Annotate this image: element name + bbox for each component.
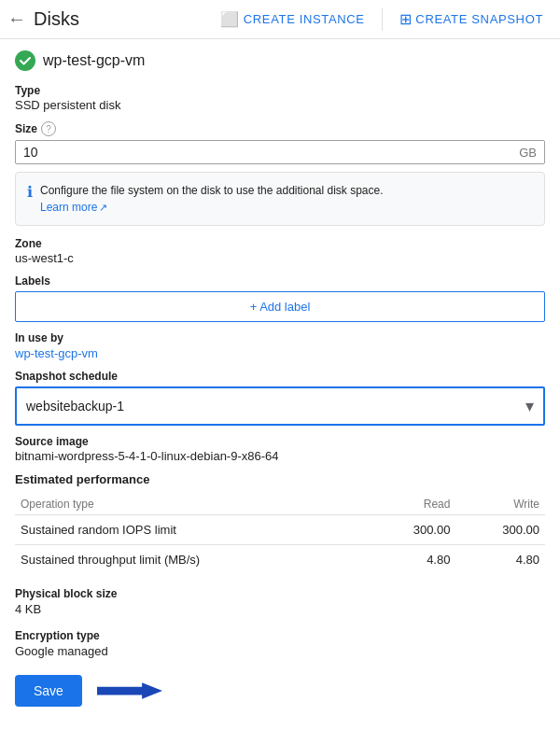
in-use-field: In use by wp-test-gcp-vm — [15, 331, 545, 360]
external-link-icon: ↗ — [99, 200, 107, 216]
zone-field: Zone us-west1-c — [15, 237, 545, 265]
zone-label: Zone — [15, 237, 545, 250]
learn-more-link[interactable]: Learn more ↗ — [40, 199, 107, 216]
in-use-link[interactable]: wp-test-gcp-vm — [15, 346, 98, 360]
info-icon: ℹ — [27, 183, 33, 201]
info-message: Configure the file system on the disk to… — [40, 184, 384, 197]
snapshot-schedule-field: Snapshot schedule websitebackup-1 ▾ — [15, 370, 545, 426]
encryption-field: Encryption type Google managed — [15, 629, 545, 658]
size-field: Size ? GB — [15, 121, 545, 164]
create-snapshot-button[interactable]: ⊞ CREATE SNAPSHOT — [390, 5, 553, 34]
size-label-row: Size ? — [15, 121, 545, 136]
header-divider — [382, 8, 383, 31]
header-actions: ⬜ CREATE INSTANCE ⊞ CREATE SNAPSHOT — [211, 5, 553, 34]
instance-name-row: wp-test-gcp-vm — [15, 50, 545, 71]
snapshot-schedule-dropdown[interactable]: websitebackup-1 ▾ — [15, 386, 545, 426]
save-arrow-indicator — [97, 682, 162, 699]
add-label-label: + Add label — [250, 300, 311, 314]
physical-block-label: Physical block size — [15, 587, 545, 600]
in-use-label: In use by — [15, 331, 545, 344]
type-value: SSD persistent disk — [15, 98, 545, 112]
save-row: Save — [15, 675, 545, 707]
perf-row-0-read: 300.00 — [367, 515, 456, 545]
page-title: Disks — [34, 8, 211, 30]
perf-col-operation: Operation type — [15, 494, 367, 515]
type-label: Type — [15, 84, 545, 97]
perf-row-1-read: 4.80 — [367, 545, 456, 575]
perf-table-row: Sustained random IOPS limit300.00300.00 — [15, 515, 545, 545]
source-image-label: Source image — [15, 435, 545, 448]
info-box: ℹ Configure the file system on the disk … — [15, 172, 545, 226]
perf-row-1-write: 4.80 — [455, 545, 545, 575]
save-button[interactable]: Save — [15, 675, 82, 707]
encryption-value: Google managed — [15, 644, 545, 658]
create-snapshot-icon: ⊞ — [399, 10, 413, 28]
physical-block-value: 4 KB — [15, 602, 545, 616]
back-button[interactable]: ← — [7, 8, 26, 30]
create-snapshot-label: CREATE SNAPSHOT — [415, 12, 543, 26]
type-field: Type SSD persistent disk — [15, 84, 545, 112]
chevron-down-icon: ▾ — [525, 396, 534, 416]
physical-block-field: Physical block size 4 KB — [15, 587, 545, 616]
size-input-row: GB — [15, 140, 545, 164]
size-label: Size — [15, 122, 37, 135]
perf-table-row: Sustained throughput limit (MB/s)4.804.8… — [15, 545, 545, 575]
perf-table-header-row: Operation type Read Write — [15, 494, 545, 515]
svg-marker-0 — [97, 682, 162, 699]
perf-row-0-operation: Sustained random IOPS limit — [15, 515, 367, 545]
performance-table: Operation type Read Write Sustained rand… — [15, 494, 545, 574]
header: ← Disks ⬜ CREATE INSTANCE ⊞ CREATE SNAPS… — [0, 0, 560, 39]
snapshot-schedule-label: Snapshot schedule — [15, 370, 545, 383]
add-label-button[interactable]: + Add label — [15, 291, 545, 322]
instance-name-text: wp-test-gcp-vm — [43, 52, 145, 69]
size-unit: GB — [519, 146, 537, 160]
in-use-value: wp-test-gcp-vm — [15, 346, 98, 360]
save-label: Save — [34, 683, 63, 698]
info-text: Configure the file system on the disk to… — [40, 182, 384, 216]
create-instance-button[interactable]: ⬜ CREATE INSTANCE — [211, 5, 374, 34]
source-image-value: bitnami-wordpress-5-4-1-0-linux-debian-9… — [15, 449, 545, 463]
create-instance-label: CREATE INSTANCE — [244, 12, 365, 26]
content: wp-test-gcp-vm Type SSD persistent disk … — [0, 39, 560, 725]
create-instance-icon: ⬜ — [220, 10, 240, 28]
size-input[interactable] — [23, 145, 519, 160]
encryption-label: Encryption type — [15, 629, 545, 642]
size-help-icon[interactable]: ? — [41, 121, 56, 136]
perf-col-read: Read — [367, 494, 456, 515]
estimated-performance-section: Estimated performance Operation type Rea… — [15, 472, 545, 574]
perf-row-1-operation: Sustained throughput limit (MB/s) — [15, 545, 367, 575]
learn-more-label: Learn more — [40, 199, 97, 216]
status-icon — [15, 50, 35, 71]
perf-col-write: Write — [455, 494, 545, 515]
perf-row-0-write: 300.00 — [455, 515, 545, 545]
zone-value: us-west1-c — [15, 251, 545, 265]
labels-field: Labels + Add label — [15, 274, 545, 322]
labels-label: Labels — [15, 274, 545, 288]
snapshot-schedule-value: websitebackup-1 — [26, 399, 525, 414]
estimated-performance-title: Estimated performance — [15, 472, 545, 486]
source-image-field: Source image bitnami-wordpress-5-4-1-0-l… — [15, 435, 545, 463]
